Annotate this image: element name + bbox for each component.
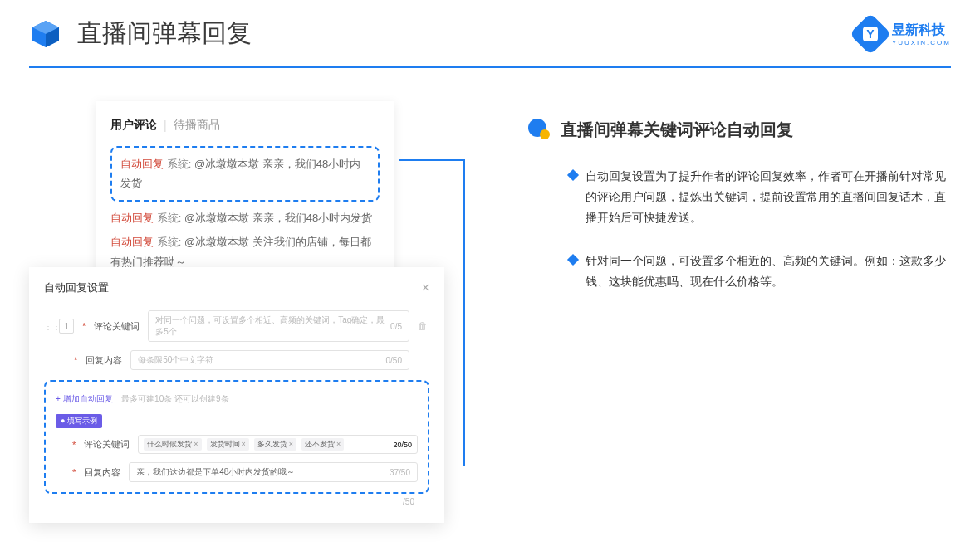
brand-name: 昱新科技 bbox=[892, 22, 951, 39]
auto-reply-settings-modal: 自动回复设置 × ⋮⋮ 1 * 评论关键词 对同一个问题，可设置多个相近、高频的… bbox=[29, 267, 444, 523]
drag-handle-icon[interactable]: ⋮⋮ bbox=[44, 322, 51, 331]
highlighted-comment: 自动回复 系统: @冰墩墩本墩 亲亲，我们48小时内发货 bbox=[110, 146, 380, 202]
tab-user-comments[interactable]: 用户评论 bbox=[110, 118, 157, 133]
keyword-tag[interactable]: 还不发货× bbox=[301, 438, 344, 451]
keyword-tag[interactable]: 发货时间× bbox=[207, 438, 249, 451]
modal-title: 自动回复设置 bbox=[44, 280, 109, 295]
add-auto-reply-link[interactable]: + 增加自动回复 bbox=[56, 394, 113, 403]
auto-reply-tag: 自动回复 bbox=[120, 158, 164, 170]
tab-divider: | bbox=[164, 119, 167, 132]
outer-count: /50 bbox=[44, 497, 429, 506]
content-label: 回复内容 bbox=[86, 354, 122, 367]
brand-url: YUUXIN.COM bbox=[892, 39, 951, 46]
bullet-item: 针对同一个问题，可设置多个相近的、高频的关键词。例如：这款多少钱、这块能优惠吗、… bbox=[527, 251, 951, 292]
comment-item: 自动回复 系统: @冰墩墩本墩 关注我们的店铺，每日都有热门推荐呦～ bbox=[110, 232, 380, 271]
brand-logo: Y 昱新科技 YUUXIN.COM bbox=[855, 19, 951, 49]
close-icon[interactable]: × bbox=[422, 280, 429, 295]
section-title: 直播间弹幕关键词评论自动回复 bbox=[561, 119, 793, 141]
keyword-tag[interactable]: 什么时候发货× bbox=[144, 438, 201, 451]
svg-point-4 bbox=[540, 129, 550, 139]
diamond-bullet-icon bbox=[567, 253, 579, 265]
cube-icon bbox=[29, 17, 62, 51]
bullet-item: 自动回复设置为了提升作者的评论回复效率，作者可在开播前针对常见的评论用户问题，提… bbox=[527, 166, 951, 229]
content-input[interactable]: 每条限50个中文字符 0/50 bbox=[130, 350, 409, 370]
example-box: + 增加自动回复 最多可建10条 还可以创建9条 ● 填写示例 * 评论关键词 … bbox=[44, 380, 429, 494]
comment-item: 自动回复 系统: @冰墩墩本墩 亲亲，我们48小时内发货 bbox=[110, 208, 380, 227]
chat-bubble-icon bbox=[527, 118, 551, 141]
required-star: * bbox=[82, 321, 86, 331]
tab-pending-products[interactable]: 待播商品 bbox=[174, 118, 220, 133]
add-hint: 最多可建10条 还可以创建9条 bbox=[121, 394, 228, 403]
keyword-tag[interactable]: 多久发货× bbox=[254, 438, 296, 451]
example-content-input[interactable]: 亲，我们这边都是下单48小时内发货的哦～ 37/50 bbox=[129, 462, 418, 482]
example-badge: ● 填写示例 bbox=[56, 414, 102, 428]
page-title: 直播间弹幕回复 bbox=[77, 17, 252, 51]
keyword-label: 评论关键词 bbox=[94, 320, 140, 333]
diamond-bullet-icon bbox=[567, 169, 579, 181]
keyword-input[interactable]: 对同一个问题，可设置多个相近、高频的关键词，Tag确定，最多5个 0/5 bbox=[148, 310, 409, 342]
row-number: 1 bbox=[59, 319, 74, 334]
delete-icon[interactable]: 🗑 bbox=[418, 320, 429, 332]
example-keyword-input[interactable]: 什么时候发货×发货时间×多久发货×还不发货× 20/50 bbox=[138, 435, 418, 454]
